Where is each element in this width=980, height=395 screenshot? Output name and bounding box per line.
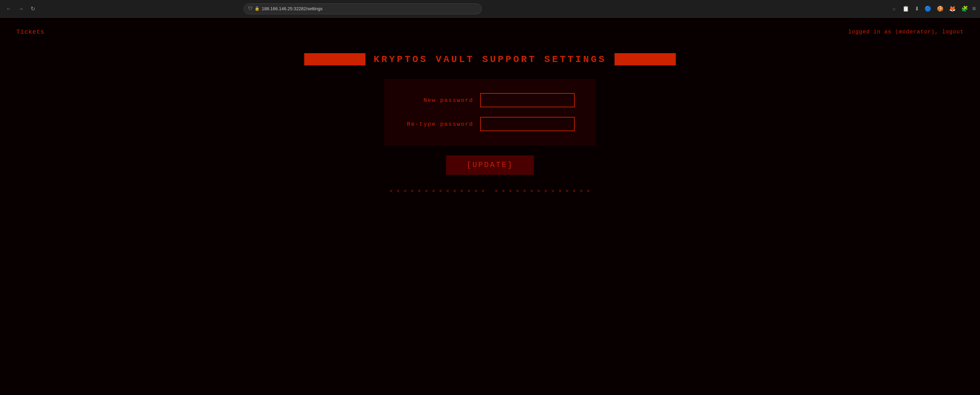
retype-password-row: Re-type password [405,117,575,131]
extension-icon-2[interactable]: 🍪 [935,4,945,13]
bookmark-icon[interactable]: ☆ [892,5,896,12]
page-title-container: KRYPTOS VAULT SUPPORT SETTINGS [304,53,676,66]
browser-toolbar-right: 📋 ⬇ 🔵 🍪 🦊 🧩 ≡ [901,4,976,13]
title-bar-right [614,53,676,66]
back-button[interactable]: ← [4,5,14,13]
update-button[interactable]: [UPDATE] [446,155,534,175]
forward-button[interactable]: → [16,5,26,13]
extensions-icon[interactable]: 🧩 [960,4,969,13]
retype-password-label: Re-type password [405,121,473,128]
address-bar[interactable]: 🛡 🔒 188.166.146.25:32282/settings [243,3,482,14]
user-info: logged in as (moderator), logout [848,29,964,35]
page-title: KRYPTOS VAULT SUPPORT SETTINGS [374,54,606,65]
new-password-row: New password [405,93,575,107]
extension-icon-1[interactable]: 🔵 [923,4,933,13]
settings-card: New password Re-type password [385,79,595,145]
main-content: KRYPTOS VAULT SUPPORT SETTINGS New passw… [0,46,980,214]
menu-icon[interactable]: ≡ [972,5,976,12]
extension-icon-3[interactable]: 🦊 [948,4,957,13]
lock-icon: 🔒 [255,6,259,11]
chevron-row: < < < < < < < < < < < < < < > > > > > > … [390,189,590,194]
page-content: Tickets logged in as (moderator), logout… [0,18,980,395]
title-bar-left [304,53,366,66]
shield-icon: 🛡 [248,6,253,11]
reload-button[interactable]: ↻ [29,4,37,13]
download-icon[interactable]: ⬇ [913,4,920,13]
retype-password-input[interactable] [480,117,575,131]
new-password-input[interactable] [480,93,575,107]
pocket-icon[interactable]: 📋 [901,4,911,13]
chevrons-right: > > > > > > > > > > > > > > [495,189,590,194]
url-text: 188.166.146.25:32282/settings [262,6,323,11]
nav-header: Tickets logged in as (moderator), logout [0,18,980,46]
tickets-link[interactable]: Tickets [16,29,45,35]
browser-chrome: ← → ↻ 🛡 🔒 188.166.146.25:32282/settings … [0,0,980,18]
new-password-label: New password [405,97,473,104]
chevrons-left: < < < < < < < < < < < < < < [390,189,485,194]
